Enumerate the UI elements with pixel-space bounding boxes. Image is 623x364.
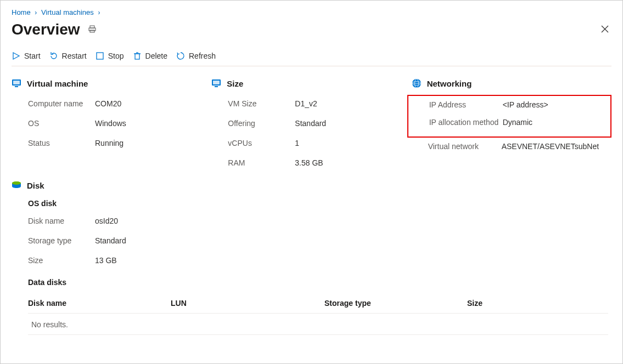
start-label: Start [24,52,41,60]
disk-icon [12,180,21,190]
col-lun: LUN [171,299,324,308]
refresh-label: Refresh [189,52,216,60]
status-label: Status [28,139,95,147]
col-storage-type: Storage type [324,299,467,308]
os-disk-heading: OS disk [28,199,611,208]
vmsize-label: VM Size [228,99,295,108]
globe-icon [412,78,422,88]
svg-rect-7 [135,54,139,59]
ram-label: RAM [228,158,295,167]
monitor-icon [12,78,21,88]
col-disk-name: Disk name [28,299,171,308]
stop-button[interactable]: Stop [96,52,124,60]
svg-rect-15 [215,86,218,87]
stop-label: Stop [108,52,124,60]
ip-address-value: <IP address> [503,100,548,109]
svg-rect-6 [97,53,103,59]
delete-label: Delete [145,52,167,60]
networking-section-title: Networking [427,79,472,88]
disk-name-label: Disk name [28,217,95,225]
breadcrumb: Home › Virtual machines › [12,6,611,20]
data-disks-heading: Data disks [28,278,611,287]
svg-rect-14 [213,81,220,84]
offering-value: Standard [295,119,326,128]
computer-name-value: COM20 [95,99,121,108]
offering-label: Offering [228,119,295,128]
data-disks-table-header: Disk name LUN Storage type Size [28,299,608,314]
svg-marker-5 [13,53,19,59]
breadcrumb-vm[interactable]: Virtual machines [41,8,94,16]
monitor-icon [211,78,221,88]
no-results-row: No results. [28,314,608,335]
delete-button[interactable]: Delete [133,52,167,60]
breadcrumb-home[interactable]: Home [12,8,31,16]
vnet-label: Virtual network [428,142,502,151]
storage-type-label: Storage type [28,236,95,245]
restart-label: Restart [62,52,87,60]
disk-size-value: 13 GB [95,256,117,265]
svg-rect-12 [15,86,18,87]
restart-icon [49,52,58,60]
toolbar: Start Restart Stop Delete Refresh [12,48,611,66]
page-title: Overview [12,21,80,38]
trash-icon [133,52,142,60]
disk-section-title: Disk [27,181,44,190]
status-value: Running [95,139,124,147]
networking-highlight-box: IP Address<IP address> IP allocation met… [407,95,611,138]
start-button[interactable]: Start [12,52,41,60]
svg-rect-11 [13,81,20,84]
vcpus-label: vCPUs [228,139,295,147]
vm-section-title: Virtual machine [27,79,88,88]
play-icon [12,52,20,60]
close-icon[interactable] [600,25,611,35]
refresh-button[interactable]: Refresh [176,52,216,60]
storage-type-value: Standard [95,236,126,245]
col-size: Size [467,299,608,308]
vnet-value: ASEVNET/ASEVNETsubNet [502,142,599,151]
refresh-icon [176,52,185,60]
vcpus-value: 1 [295,139,299,147]
print-icon[interactable] [88,25,97,35]
size-section-title: Size [227,79,243,88]
chevron-right-icon: › [96,9,102,16]
disk-name-value: osId20 [95,217,118,225]
ram-value: 3.58 GB [295,158,323,167]
ip-alloc-label: IP allocation method [429,118,503,127]
vmsize-value: D1_v2 [295,99,317,108]
restart-button[interactable]: Restart [49,52,87,60]
svg-point-21 [12,181,21,185]
computer-name-label: Computer name [28,99,95,108]
os-value: Windows [95,119,126,128]
chevron-right-icon: › [32,9,39,16]
svg-rect-0 [90,26,94,28]
disk-size-label: Size [28,256,95,265]
os-label: OS [28,119,95,128]
ip-alloc-value: Dynamic [503,118,532,127]
ip-address-label: IP Address [429,100,503,109]
stop-icon [96,52,104,60]
